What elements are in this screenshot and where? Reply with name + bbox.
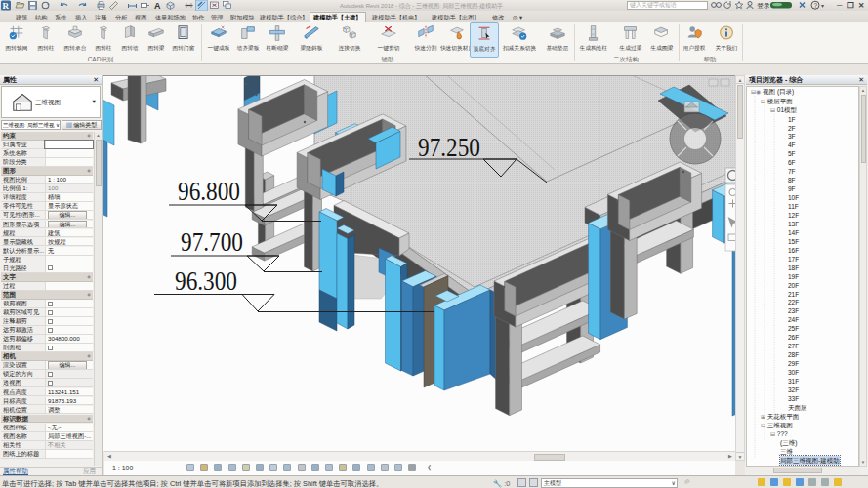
svg-text:A: A [154, 1, 161, 11]
svg-text:96.300: 96.300 [175, 265, 237, 296]
svg-text:▾: ▾ [821, 3, 824, 9]
svg-text:96.800: 96.800 [178, 176, 240, 206]
svg-text:97.250: 97.250 [418, 132, 480, 162]
svg-text:R: R [3, 1, 10, 11]
svg-text:?: ? [813, 2, 817, 9]
svg-text:登录: 登录 [757, 2, 770, 10]
svg-text:97.700: 97.700 [181, 226, 243, 257]
